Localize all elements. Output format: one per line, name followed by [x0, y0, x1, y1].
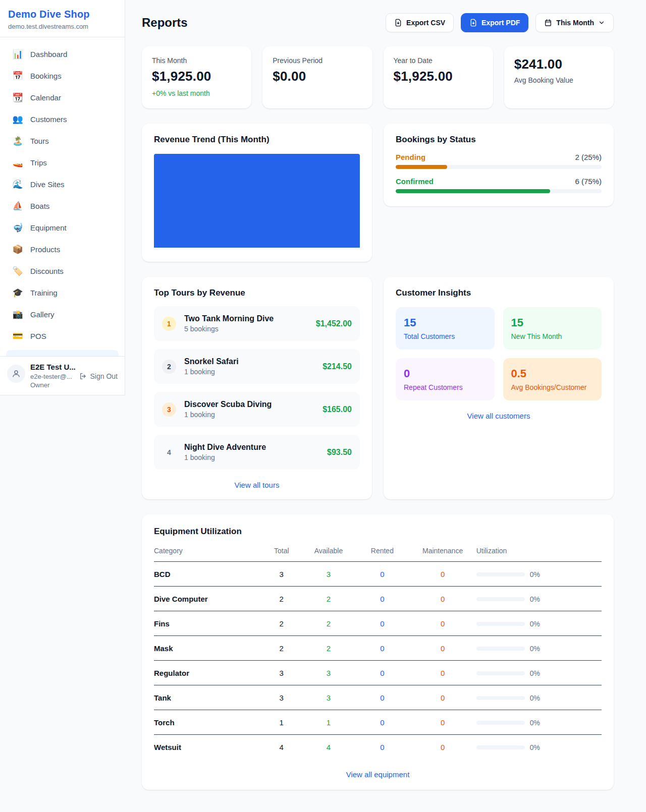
tour-list: 1Two Tank Morning Dive5 bookings$1,452.0…	[154, 298, 360, 470]
tours-icon: 🏝️	[12, 136, 23, 146]
cell-maintenance: 0	[409, 636, 476, 661]
utilization-bar-track	[476, 647, 525, 651]
customer-insights-title: Customer Insights	[396, 288, 602, 298]
cell-utilization: 0%	[476, 611, 602, 636]
table-row-wetsuit: Wetsuit44000%	[154, 735, 602, 760]
stat-card-previous-period: Previous Period$0.00	[262, 46, 372, 108]
products-icon: 📦	[12, 244, 23, 255]
view-all-equipment-link[interactable]: View all equipment	[154, 770, 602, 779]
cell-available: 2	[302, 636, 355, 661]
sign-out-button[interactable]: Sign Out	[79, 372, 118, 380]
sign-out-label: Sign Out	[90, 372, 118, 380]
sidebar-item-label: Dive Sites	[30, 180, 65, 189]
user-block: E2E Test U... e2e-tester@... Sign Out Ow…	[30, 363, 118, 389]
column-header-available: Available	[302, 544, 355, 562]
sidebar-item-trips[interactable]: 🚤Trips	[4, 152, 121, 173]
cell-utilization: 0%	[476, 685, 602, 710]
sidebar-item-boats[interactable]: ⛵Boats	[4, 195, 121, 217]
sidebar-item-label: Products	[30, 245, 60, 254]
table-row-dive-computer: Dive Computer22000%	[154, 587, 602, 611]
stats-row: This Month$1,925.00+0% vs last monthPrev…	[142, 46, 614, 108]
view-all-customers-link[interactable]: View all customers	[396, 412, 602, 420]
sidebar-item-products[interactable]: 📦Products	[4, 239, 121, 260]
sidebar-item-tours[interactable]: 🏝️Tours	[4, 130, 121, 152]
gallery-icon: 📸	[12, 309, 23, 320]
tile-label: Avg Bookings/Customer	[511, 383, 594, 391]
equipment-utilization-card: Equipment Utilization CategoryTotalAvail…	[142, 514, 614, 790]
insight-tile-new-this-month: 15New This Month	[503, 307, 602, 350]
period-dropdown[interactable]: This Month	[535, 13, 614, 32]
tile-label: Total Customers	[404, 332, 487, 340]
sidebar-item-reports-active[interactable]	[6, 350, 119, 356]
cell-rented: 0	[355, 685, 409, 710]
view-all-tours-link[interactable]: View all tours	[154, 481, 360, 489]
period-label: This Month	[556, 19, 594, 27]
tour-item-two-tank-morning-dive: 1Two Tank Morning Dive5 bookings$1,452.0…	[154, 306, 360, 341]
sidebar-item-customers[interactable]: 👥Customers	[4, 108, 121, 130]
sidebar-item-calendar[interactable]: 📆Calendar	[4, 87, 121, 108]
cell-rented: 0	[355, 735, 409, 760]
export-csv-button[interactable]: Export CSV	[386, 13, 454, 32]
status-label: Pending	[396, 153, 425, 161]
utilization-bar-track	[476, 597, 525, 601]
sidebar-item-pos[interactable]: 💳POS	[4, 325, 121, 347]
cell-total: 2	[261, 587, 302, 611]
sidebar: Demo Dive Shop demo.test.divestreams.com…	[0, 0, 125, 395]
cell-category: Torch	[154, 710, 261, 735]
user-email: e2e-tester@...	[30, 373, 72, 380]
sidebar-item-equipment[interactable]: 🤿Equipment	[4, 217, 121, 239]
sidebar-item-label: Customers	[30, 115, 67, 124]
cell-maintenance: 0	[409, 661, 476, 685]
export-pdf-button[interactable]: Export PDF	[461, 13, 528, 32]
status-row-pending: Pending2 (25%)	[396, 153, 602, 169]
sidebar-item-dashboard[interactable]: 📊Dashboard	[4, 43, 121, 65]
cell-total: 4	[261, 735, 302, 760]
utilization-bar-track	[476, 696, 525, 700]
sidebar-item-bookings[interactable]: 📅Bookings	[4, 65, 121, 87]
brand-name: Demo Dive Shop	[8, 9, 117, 20]
sidebar-item-training[interactable]: 🎓Training	[4, 282, 121, 304]
sidebar-item-label: Equipment	[30, 223, 67, 232]
avatar	[7, 365, 25, 383]
insight-tile-total-customers: 15Total Customers	[396, 307, 495, 350]
stat-card-year-to-date: Year to Date$1,925.00	[384, 46, 493, 108]
utilization-percent: 0%	[530, 669, 540, 677]
sidebar-item-label: Trips	[30, 158, 47, 167]
cell-available: 2	[302, 611, 355, 636]
sidebar-item-discounts[interactable]: 🏷️Discounts	[4, 260, 121, 282]
sidebar-item-dive-sites[interactable]: 🌊Dive Sites	[4, 173, 121, 195]
table-row-bcd: BCD33000%	[154, 562, 602, 587]
utilization-percent: 0%	[530, 595, 540, 603]
sidebar-item-label: Discounts	[30, 267, 64, 275]
rank-badge: 3	[162, 402, 176, 417]
discounts-icon: 🏷️	[12, 266, 23, 276]
sidebar-item-gallery[interactable]: 📸Gallery	[4, 304, 121, 325]
sign-out-icon	[79, 372, 87, 380]
boats-icon: ⛵	[12, 201, 23, 211]
status-rows: Pending2 (25%)Confirmed6 (75%)	[396, 153, 602, 193]
tour-info: Night Dive Adventure1 booking	[184, 443, 319, 461]
tour-revenue: $1,452.00	[316, 319, 352, 328]
user-role: Owner	[30, 381, 118, 389]
training-icon: 🎓	[12, 287, 23, 298]
cell-utilization: 0%	[476, 735, 602, 760]
utilization-percent: 0%	[530, 570, 540, 578]
utilization-bar-track	[476, 721, 525, 725]
sidebar-item-label: Bookings	[30, 72, 62, 80]
insight-tiles: 15Total Customers15New This Month0Repeat…	[396, 307, 602, 400]
insight-tile-repeat-customers: 0Repeat Customers	[396, 358, 495, 400]
status-bar-fill	[396, 189, 550, 193]
stat-value: $1,925.00	[394, 69, 483, 84]
tour-item-night-dive-adventure: 4Night Dive Adventure1 booking$93.50	[154, 435, 360, 470]
cell-category: Regulator	[154, 661, 261, 685]
rank-badge: 1	[162, 317, 176, 331]
tile-label: Repeat Customers	[404, 383, 487, 391]
sidebar-item-label: Boats	[30, 202, 49, 210]
calendar-icon: 📆	[12, 92, 23, 103]
cell-maintenance: 0	[409, 562, 476, 587]
table-row-torch: Torch11000%	[154, 710, 602, 735]
rank-badge: 2	[162, 360, 176, 374]
table-row-regulator: Regulator33000%	[154, 661, 602, 685]
cell-category: Dive Computer	[154, 587, 261, 611]
tour-bookings: 5 bookings	[184, 325, 308, 333]
